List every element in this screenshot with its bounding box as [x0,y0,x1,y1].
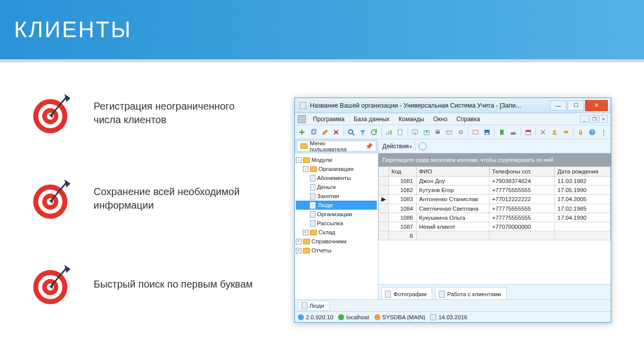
table-row[interactable]: ▶1083Антоненко Станислав+7701222222217.0… [379,195,611,204]
user-menu-panel[interactable]: Меню пользователя 📌 [297,141,376,151]
save-icon[interactable] [482,127,493,138]
tree-node-sessions[interactable]: Занятия [296,192,377,201]
print-icon[interactable] [433,127,443,138]
bullets-list: Регистрация неограниченного числа клиент… [30,90,272,346]
table-row[interactable]: 1087Некий клиент+77070000000 [379,222,611,231]
col-dob[interactable]: Дата рождения [555,167,611,176]
new-window-icon[interactable] [470,127,481,138]
globe-icon [298,314,304,320]
table-row[interactable]: 1086Кукушкина Ольга+7777555555517.04.199… [379,213,611,222]
actions-button[interactable]: Действия ▾ [382,143,412,150]
col-phone[interactable]: Телефоны сот. [490,167,555,176]
status-bar: 2.0.920.10 localhost SYSDBA (MAIN) 14.03… [295,311,611,322]
export-icon[interactable] [410,127,421,138]
window-title: Название Вашей организации - Универсальн… [310,102,549,109]
target-icon [30,261,76,307]
lock-icon[interactable] [576,127,586,138]
help-icon[interactable]: ? [587,127,598,138]
tree-node-abon[interactable]: Абонементы [296,173,377,183]
group-by-bar[interactable]: Перетащите сюда заголовок колонки, чтобы… [378,153,611,166]
add-icon[interactable] [297,127,307,138]
bullet-item: Быстрый поиск по первым буквам [30,261,272,307]
user-icon[interactable] [549,127,560,138]
pin-icon[interactable]: 📌 [365,143,373,150]
tree-node-sklad[interactable]: +Склад [296,228,377,237]
window-titlebar[interactable]: Название Вашей организации - Универсальн… [295,98,611,113]
svg-rect-28 [398,130,402,135]
menu-database[interactable]: База данных [350,115,393,124]
settings-icon[interactable] [455,127,466,138]
mdi-restore-button[interactable]: ❐ [590,115,598,123]
clock-icon[interactable] [419,142,427,150]
mail-icon[interactable] [444,127,455,138]
tree-node-people[interactable]: Люди [296,201,377,210]
import-icon[interactable] [421,127,432,138]
tree-node-mailing[interactable]: Рассылка [296,219,377,228]
close-button[interactable]: ✕ [585,100,608,111]
tab-client-work[interactable]: Работа с клиентами [435,287,507,299]
table-row[interactable]: 1084Светличная Светлана+7777555555517.02… [379,204,611,213]
document-tab-label: Люди [309,303,324,309]
col-name[interactable]: ФИО [417,167,490,176]
mdi-close-button[interactable]: × [599,115,608,123]
mdi-minimize-button[interactable]: _ [580,115,589,123]
clients-table[interactable]: Код ФИО Телефоны сот. Дата рождения 1081… [378,166,611,240]
calendar-icon[interactable] [523,127,533,138]
menu-window[interactable]: Окно [429,115,451,124]
tree-node-modules[interactable]: −Модули [296,155,377,164]
search-icon[interactable] [346,127,357,138]
svg-rect-35 [473,130,478,134]
chart-icon[interactable] [383,127,394,138]
page-icon [301,302,307,309]
target-icon [30,175,76,222]
navigation-tree[interactable]: −Модули −Организация Абонементы Деньги З… [295,153,378,299]
tools-icon[interactable] [538,127,548,138]
tree-node-organization[interactable]: −Организация [296,164,377,173]
table-row[interactable]: 1081Джон Доу+7903837462411.03.1982 [379,176,611,186]
menu-commands[interactable]: Команды [394,115,428,124]
cashier-icon[interactable] [508,127,519,138]
app-icon [299,102,307,110]
tab-label: Работа с клиентами [447,291,501,297]
tree-node-orgs[interactable]: Организации [296,210,377,219]
menu-help[interactable]: Справка [452,115,484,124]
app-menu-icon[interactable] [298,115,306,123]
status-date: 14.03.2016 [430,314,467,320]
filter-icon[interactable] [357,127,368,138]
book-icon[interactable] [497,127,507,138]
report-icon[interactable] [395,127,406,138]
svg-point-24 [349,130,353,134]
user-icon [374,314,380,320]
minimize-button[interactable]: — [550,101,567,111]
folder-icon [300,143,307,149]
tree-node-money[interactable]: Деньги [296,183,377,192]
svg-point-42 [553,130,556,132]
svg-rect-37 [486,133,489,134]
slide-title: КЛИЕНТЫ [14,17,132,42]
maximize-button[interactable]: ☐ [568,101,584,111]
actions-label: Действия [382,143,409,150]
menubar: Программа База данных Команды Окно Справ… [295,113,611,125]
app-window: Название Вашей организации - Универсальн… [294,98,611,323]
secondary-bar: Меню пользователя 📌 Действия ▾ [295,139,611,153]
document-tab-people[interactable]: Люди [298,301,330,311]
tree-node-reports[interactable]: +Отчеты [296,246,377,255]
delete-icon[interactable] [331,127,342,138]
svg-rect-41 [526,130,531,132]
svg-rect-31 [436,131,440,134]
toolbar-overflow-icon[interactable]: ⋮ [598,127,609,138]
refresh-icon[interactable] [369,127,379,138]
svg-rect-44 [579,132,582,135]
svg-rect-25 [386,133,387,135]
edit-icon[interactable] [319,127,330,138]
table-row[interactable]: 1082Кутузов Егор+7777555555517.05.1990 [379,186,611,195]
table-header-row[interactable]: Код ФИО Телефоны сот. Дата рождения [379,167,611,176]
page-icon [385,291,391,298]
copy-icon[interactable] [308,127,319,138]
tab-photos[interactable]: Фотографии [381,287,432,299]
col-code[interactable]: Код [389,167,417,176]
tree-node-sprav[interactable]: +Справочники [296,237,377,246]
main-toolbar: ? ⋮ [295,125,611,139]
cards-icon[interactable] [560,127,571,138]
menu-program[interactable]: Программа [309,115,349,124]
